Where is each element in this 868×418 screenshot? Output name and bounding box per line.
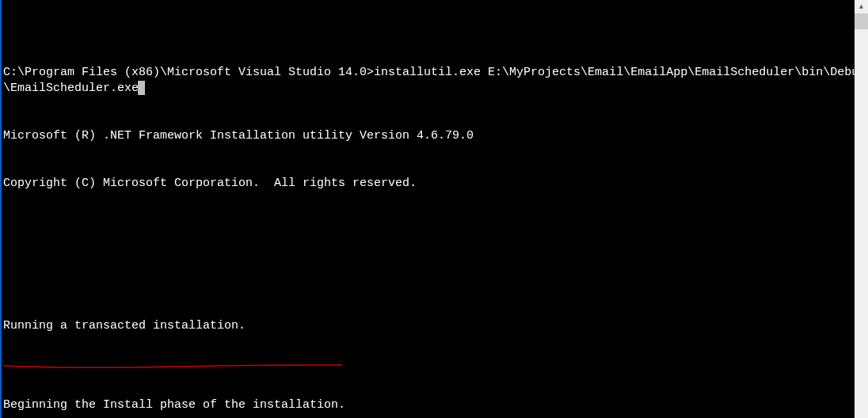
scroll-up-button[interactable]: ▲ bbox=[855, 0, 868, 13]
console-line: Beginning the Install phase of the insta… bbox=[3, 397, 868, 413]
console-line: Microsoft (R) .NET Framework Installatio… bbox=[3, 128, 868, 144]
console-output[interactable]: C:\Program Files (x86)\Microsoft Visual … bbox=[2, 0, 868, 418]
chevron-up-icon: ▲ bbox=[859, 0, 863, 15]
console-line: Copyright (C) Microsoft Corporation. All… bbox=[3, 176, 868, 192]
vertical-scrollbar[interactable]: ▲ bbox=[855, 0, 868, 418]
cursor bbox=[138, 81, 145, 95]
scroll-thumb[interactable] bbox=[855, 13, 868, 29]
console-line: Running a transacted installation. bbox=[3, 318, 868, 334]
console-line: C:\Program Files (x86)\Microsoft Visual … bbox=[3, 65, 868, 97]
